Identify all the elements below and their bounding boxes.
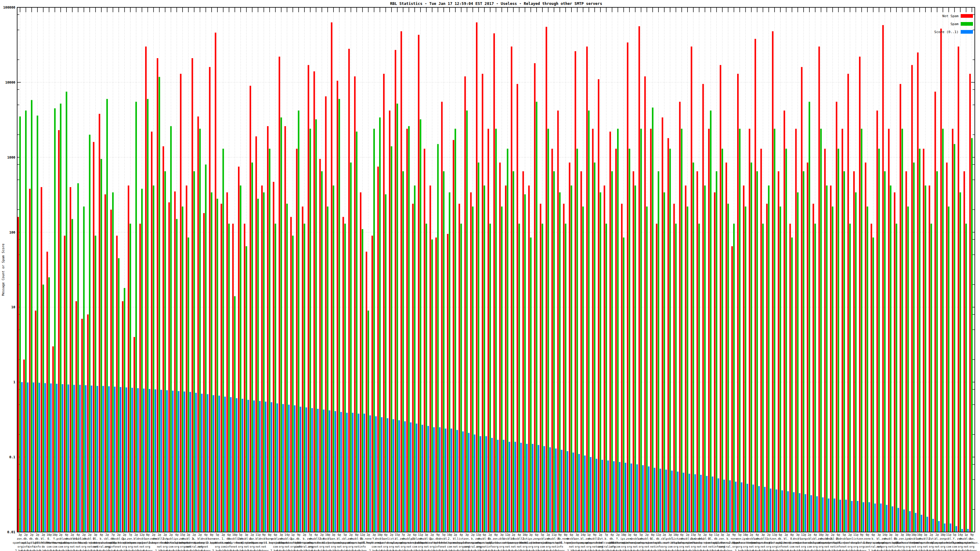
x-tick-label-line: db.: [296, 537, 301, 540]
x-tick-label-line: 6@: [274, 533, 277, 536]
x-tick-label-line: org: [180, 545, 185, 548]
x-tick-label-line: list.: [596, 537, 605, 540]
bar-spam: [275, 224, 276, 532]
x-tick-label-line: net: [70, 545, 75, 548]
x-tick-label-line: 3@: [500, 533, 503, 536]
bar-notspam: [470, 192, 472, 532]
x-tick-label-line: db.: [29, 537, 34, 540]
bar-score: [834, 499, 835, 532]
bar-notspam: [865, 162, 866, 532]
x-tick-label-line: org: [813, 545, 818, 548]
bar-notspam: [342, 217, 344, 532]
x-tick-label-line: org: [662, 545, 667, 548]
bar-score: [596, 459, 597, 532]
bar-spam: [19, 117, 21, 532]
bar-spam: [205, 164, 207, 532]
bar-score: [851, 501, 853, 532]
x-tick-label-line: 3 hops: [259, 549, 269, 551]
x-tick-label-line: net: [708, 545, 713, 548]
bar-spam: [635, 186, 636, 532]
bar-score: [526, 444, 528, 532]
bar-notspam: [685, 186, 686, 532]
x-tick-label-line: org: [575, 545, 580, 548]
bar-spam: [507, 149, 508, 532]
x-tick-label-line: org: [737, 545, 742, 548]
bar-score: [625, 463, 626, 532]
bar-spam: [443, 171, 444, 532]
bar-score: [636, 464, 638, 532]
x-tick-label-line: zen.: [574, 537, 581, 540]
bar-spam: [431, 240, 433, 532]
x-tick-label-line: 3@: [372, 533, 376, 536]
bar-spam: [959, 192, 961, 532]
x-tick-labels: 3@zen.spamhaus.org2 hops2@db.wpbl.info4 …: [13, 533, 979, 551]
bar-score: [863, 502, 864, 532]
bar-score: [364, 414, 365, 532]
x-tick-label-line: net: [139, 545, 144, 548]
bar-notspam: [749, 129, 750, 532]
bar-notspam: [105, 194, 106, 532]
bar-score: [805, 494, 806, 532]
x-tick-label-line: 3@: [877, 533, 881, 536]
bar-spam: [872, 238, 874, 532]
x-tick-label-line: 2@: [123, 533, 126, 536]
bar-notspam: [371, 236, 373, 532]
bar-score: [62, 384, 64, 532]
bar-spam: [600, 192, 601, 532]
bar-notspam: [209, 67, 210, 532]
x-tick-label-line: 5@: [843, 533, 846, 536]
x-tick-label-line: 2@: [929, 533, 933, 536]
bar-spam: [356, 132, 357, 532]
x-tick-label-line: org: [418, 545, 423, 548]
bar-spam: [530, 238, 531, 532]
x-tick-label-line: 0@: [268, 533, 271, 536]
bar-spam: [315, 119, 317, 532]
bar-spam: [878, 149, 880, 532]
x-tick-label-line: 2@: [117, 533, 120, 536]
x-tick-label-line: db.: [23, 537, 28, 540]
x-tick-label-line: info: [893, 545, 900, 548]
x-tick-label-line: 2@: [599, 533, 602, 536]
x-tick-label-line: 2@: [199, 533, 202, 536]
x-tick-label-line: b.: [471, 537, 474, 540]
x-tick-label-line: 3@: [825, 533, 829, 536]
bar-score: [718, 478, 719, 532]
bar-score: [491, 438, 493, 532]
bar-score: [323, 410, 325, 532]
x-tick-label-line: db.: [714, 537, 719, 540]
x-tick-label-line: 6@: [634, 533, 637, 536]
x-tick-label-line: bl.: [784, 537, 789, 540]
bar-score: [27, 382, 29, 532]
x-tick-label-line: 8@: [651, 533, 654, 536]
x-tick-label-line: 15@: [691, 533, 696, 536]
bar-spam: [931, 224, 932, 532]
x-tick-label-line: 2@: [320, 533, 324, 536]
bar-notspam: [157, 58, 158, 532]
x-tick-label-line: 4 hops: [143, 549, 153, 551]
x-tick-label-line: 4@: [76, 533, 80, 536]
x-tick-label-line: net: [569, 545, 574, 548]
x-tick-label-line: org: [743, 545, 748, 548]
bar-notspam: [348, 49, 350, 532]
x-tick-label-line: 3@: [895, 533, 898, 536]
bar-notspam: [41, 187, 42, 532]
x-tick-label-line: 2@: [221, 533, 225, 536]
x-tick-label-line: org: [499, 545, 504, 548]
x-tick-label-line: 3@: [18, 533, 22, 536]
x-tick-label-line: 15@: [180, 533, 185, 536]
x-tick-label-line: org: [128, 545, 133, 548]
bar-notspam: [313, 71, 315, 532]
x-tick-label-line: 6@: [413, 533, 417, 536]
bar-spam: [240, 186, 241, 532]
bar-score: [381, 417, 382, 532]
x-tick-label-line: org: [174, 545, 179, 548]
bar-notspam: [226, 192, 228, 532]
x-tick-label-line: info: [110, 545, 116, 548]
x-tick-label-line: net: [244, 545, 249, 548]
x-tick-label-line: 3@: [94, 533, 97, 536]
bar-spam: [565, 224, 566, 532]
bar-spam: [118, 258, 119, 532]
x-tick-label-line: 10@: [940, 533, 946, 536]
bar-score: [277, 403, 278, 532]
bar-notspam: [366, 252, 367, 532]
